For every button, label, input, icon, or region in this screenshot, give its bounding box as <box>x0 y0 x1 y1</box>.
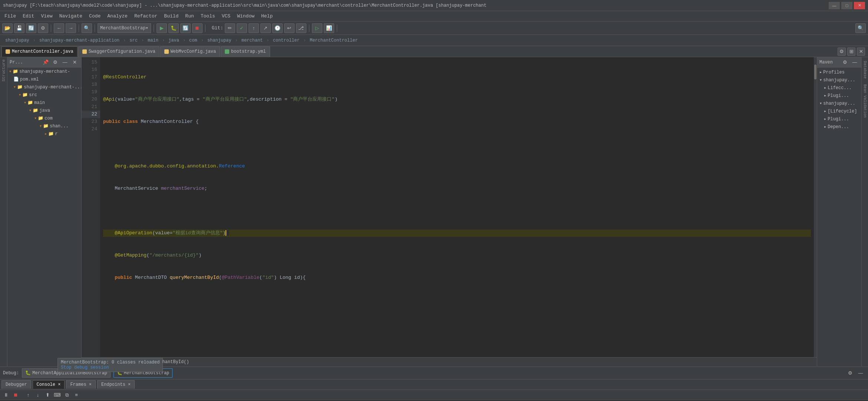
tree-com[interactable]: ▾ 📁 com <box>7 114 81 122</box>
database-label[interactable]: Database <box>863 61 867 79</box>
tree-src[interactable]: ▾ 📁 src <box>7 91 81 99</box>
tree-r[interactable]: ▸ 📁 r <box>7 130 81 138</box>
debug-filter-btn[interactable]: ⧉ <box>62 391 71 399</box>
debug-pause-btn[interactable]: ⏸ <box>1 391 10 399</box>
endpoints-tab[interactable]: Endpoints × <box>97 380 135 389</box>
file-tab-bootstrap[interactable]: bootstrap.yml <box>221 46 270 57</box>
tree-java[interactable]: ▾ 📁 java <box>7 107 81 114</box>
settings-button[interactable]: ⚙ <box>38 23 48 33</box>
git-update-button[interactable]: ↑ <box>249 23 259 33</box>
close-button[interactable]: ✕ <box>854 2 865 9</box>
split-button[interactable]: ⊞ <box>847 48 855 56</box>
sidebar-pin-button[interactable]: 📌 <box>41 58 50 66</box>
menu-help[interactable]: Help <box>258 12 276 20</box>
sync-button[interactable]: 🔄 <box>26 23 36 33</box>
search-btn[interactable]: 🔍 <box>855 23 866 33</box>
nav-java[interactable]: java <box>165 36 182 45</box>
forward-button[interactable]: → <box>66 23 76 33</box>
debug-console-btn[interactable]: ⌨ <box>53 391 62 399</box>
menu-window[interactable]: Window <box>234 12 257 20</box>
maven-settings-btn[interactable]: ⚙ <box>841 58 849 66</box>
nav-merchantcontroller[interactable]: MerchantController <box>307 36 361 45</box>
maven-item-shanjupay1[interactable]: ▾shanjupay... <box>818 76 861 84</box>
git-push-button[interactable]: ↗ <box>260 23 271 33</box>
nav-merchant[interactable]: merchant <box>239 36 266 45</box>
branch-dropdown[interactable]: MerchantBootstrap ▾ <box>98 23 151 33</box>
run2-button[interactable]: ▷ <box>312 23 322 33</box>
editor-scrollbar[interactable] <box>814 57 817 357</box>
menu-navigate[interactable]: Navigate <box>56 12 85 20</box>
close-tab-button[interactable]: ✕ <box>857 48 865 56</box>
debug-up-btn[interactable]: ↑ <box>24 391 33 399</box>
nav-shanjupay[interactable]: shanjupay <box>2 36 32 45</box>
debug-settings-btn[interactable]: ⚙ <box>846 369 855 377</box>
debug-minimize-btn[interactable]: — <box>856 369 865 377</box>
profile-button[interactable]: 📊 <box>324 23 334 33</box>
debug-down-btn[interactable]: ↓ <box>33 391 42 399</box>
git-history-button[interactable]: 🕐 <box>272 23 283 33</box>
tab-settings-button[interactable]: ⚙ <box>838 48 846 56</box>
tree-root[interactable]: ▾ 📁 shanjupay-merchant- <box>7 68 81 75</box>
tree-shan[interactable]: ▾ 📁 shan... <box>7 122 81 130</box>
git-merge-button[interactable]: ⎇ <box>296 23 306 33</box>
menu-run[interactable]: Run <box>182 12 197 20</box>
code-container[interactable]: 15 16 17 18 19 20 21 22 23 24 @RestContr… <box>82 57 817 357</box>
tree-merchant-app[interactable]: ▾ 📁 shanjupay-merchant-... <box>7 83 81 91</box>
menu-edit[interactable]: Edit <box>20 12 37 20</box>
nav-main[interactable]: main <box>145 36 161 45</box>
line-num-16: 16 <box>82 66 100 74</box>
debug-run-button[interactable]: 🐛 <box>168 23 179 33</box>
open-file-button[interactable]: 📂 <box>2 23 13 33</box>
maven-item-lifecycle[interactable]: ▸Lifecc... <box>818 84 861 92</box>
menu-tools[interactable]: Tools <box>198 12 218 20</box>
tree-pom[interactable]: 📄 pom.xml <box>7 75 81 83</box>
maven-item-shanjupay2[interactable]: ▾shanjupay... <box>818 100 861 107</box>
menu-vcs[interactable]: VCS <box>219 12 233 20</box>
sidebar-settings-btn[interactable]: ⚙ <box>51 58 60 66</box>
reload-button[interactable]: 🔃 <box>180 23 191 33</box>
run-button[interactable]: ▶ <box>157 23 167 33</box>
frames-tab[interactable]: Frames × <box>66 380 96 389</box>
debug-list-btn[interactable]: ≡ <box>72 391 81 399</box>
debugger-tab[interactable]: Debugger <box>1 380 31 389</box>
stop-button[interactable]: ⏹ <box>192 23 203 33</box>
scrollbar-thumb[interactable] <box>814 65 816 79</box>
maven-item-lifecycle2[interactable]: ▸[Lifecycle] <box>818 107 861 115</box>
file-tab-webmvc[interactable]: WebMvcConfig.java <box>160 46 220 57</box>
git-commit-button[interactable]: ✏ <box>225 23 235 33</box>
maximize-button[interactable]: □ <box>841 2 852 9</box>
nav-merchant-app[interactable]: shanjupay-merchant-application <box>36 36 122 45</box>
console-tab[interactable]: Console × <box>33 380 65 389</box>
nav-com[interactable]: com <box>186 36 200 45</box>
bean-validation-label[interactable]: Bean Validation <box>863 84 867 118</box>
structure-label[interactable]: Structure <box>1 57 7 84</box>
git-check-button[interactable]: ✓ <box>237 23 247 33</box>
nav-src[interactable]: src <box>126 36 141 45</box>
nav-shanjupay2[interactable]: shanjupay <box>204 36 234 45</box>
sidebar-minimize-btn[interactable]: — <box>60 58 69 66</box>
maven-item-dependencies[interactable]: ▸Depen... <box>818 123 861 131</box>
menu-analyze[interactable]: Analyze <box>104 12 131 20</box>
save-button[interactable]: 💾 <box>14 23 24 33</box>
menu-refactor[interactable]: Refactor <box>131 12 160 20</box>
maven-item-plugins1[interactable]: ▸Plugi... <box>818 92 861 100</box>
tree-main[interactable]: ▾ 📁 main <box>7 99 81 107</box>
minimize-button[interactable]: — <box>829 2 840 9</box>
file-tab-swagger[interactable]: SwaggerConfiguration.java <box>78 46 160 57</box>
find-button[interactable]: 🔍 <box>82 23 92 33</box>
code-content[interactable]: @RestController @Api(value="商户平台应用接口",ta… <box>100 57 814 357</box>
file-tab-merchantcontroller[interactable]: MerchantController.java <box>1 46 78 57</box>
debug-stop-btn[interactable]: ⏹ <box>11 391 20 399</box>
maven-minimize-btn[interactable]: — <box>850 58 859 66</box>
nav-controller[interactable]: controller <box>270 36 303 45</box>
git-revert-button[interactable]: ↩ <box>284 23 295 33</box>
maven-item-profiles[interactable]: ▸Profiles <box>818 68 861 76</box>
menu-file[interactable]: File <box>1 12 19 20</box>
maven-item-plugins2[interactable]: ▸Plugi... <box>818 115 861 123</box>
menu-build[interactable]: Build <box>161 12 181 20</box>
menu-code[interactable]: Code <box>86 12 103 20</box>
back-button[interactable]: ← <box>54 23 64 33</box>
menu-view[interactable]: View <box>38 12 55 20</box>
debug-up2-btn[interactable]: ⬆ <box>43 391 52 399</box>
sidebar-close-btn[interactable]: ✕ <box>70 58 79 66</box>
